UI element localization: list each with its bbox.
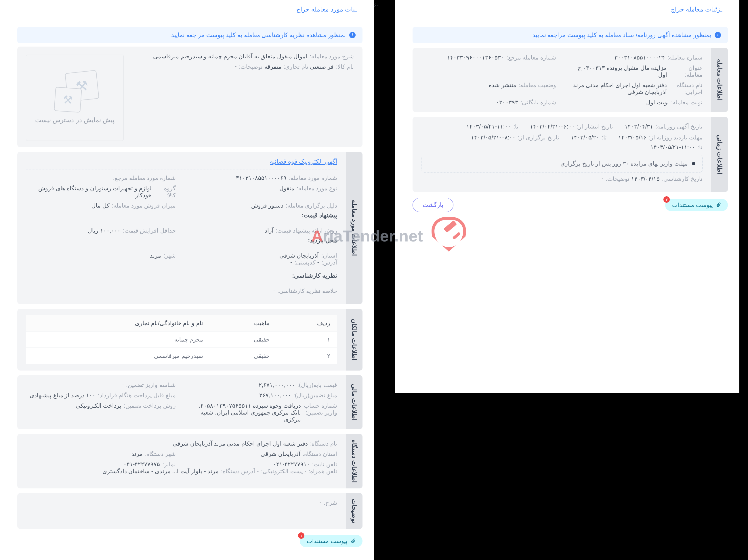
val: ۱۴۰۳/۰۴/۳۱ xyxy=(625,123,653,130)
header-strip-left: ـزئیات معامله حراج xyxy=(395,0,739,20)
section-item-info: اطلاعات مورد معامله آگهی الکترونیک قوه ق… xyxy=(17,152,363,304)
section-tab-deal-info: اطلاعات معامله xyxy=(711,48,728,112)
image-preview: ⚒ ⚒ پیش نمایش در دسترس نیست xyxy=(26,55,124,141)
divider xyxy=(407,15,722,15)
val: مزایده مال منقول پرونده ۰۳۰۰۳۱۳ ج اول xyxy=(568,65,667,78)
lbl: تا: xyxy=(514,123,519,130)
td: سیدرحیم میرقاسمی xyxy=(26,348,210,364)
val: آذربایجان شرقی xyxy=(261,451,300,457)
val: ۱۴۰۳/۰۴/۱۵ xyxy=(631,175,660,182)
panel-deal-details: ـزئیات معامله حراج i بمنظور مشاهده آگهی … xyxy=(395,0,739,393)
lbl: شماره مورد معامله مرجع: xyxy=(113,174,176,181)
lbl: استان: xyxy=(321,252,337,259)
section-device: اطلاعات دستگاه نام دستگاه:دفتر شعبه اول … xyxy=(17,434,363,488)
val: نوبت اول xyxy=(646,99,669,106)
val: - xyxy=(109,174,111,181)
th-name: نام و نام خانوادگی/نام تجاری xyxy=(26,315,210,332)
val: - xyxy=(257,468,259,474)
lbl: نام کالا: xyxy=(336,63,354,70)
val: - xyxy=(602,175,604,182)
lbl: پست الکترونیکی: xyxy=(261,468,303,474)
section-notes: توضیحات شرح:- xyxy=(17,493,363,529)
subheading-expert: نظریه کارشناسی: xyxy=(26,272,337,282)
lbl: تا: xyxy=(697,144,703,151)
val: ۱۴۰۳/۰۵/۱۶ xyxy=(618,134,647,141)
val: - xyxy=(320,500,322,506)
val: آزاد xyxy=(265,227,274,234)
lbl: شماره حساب واریز تضمین: xyxy=(303,402,337,423)
val: ۱۴۰۳/۰۵/۲۱-۱۱:۰۰ xyxy=(466,123,511,130)
val: دفتر شعبه اول اجرای احکام مدنی مرند آذرب… xyxy=(568,82,667,95)
val: ۳۰۰۳۱۰۸۵۵۱۰۰۰۰۲۴ xyxy=(614,54,665,61)
subheading-price: پیشنهاد قیمت: xyxy=(26,212,337,222)
lbl: نوبت معامله: xyxy=(671,99,703,106)
section-tab-device: اطلاعات دستگاه xyxy=(346,434,363,488)
section-tab-item-info: اطلاعات مورد معامله xyxy=(346,152,363,304)
val: لوازم و تجهیزات رستوران و دستگاه های فرو… xyxy=(26,185,151,199)
lbl: تاریخ آگهی روزنامه: xyxy=(655,123,703,130)
lbl: آدرس دستگاه: xyxy=(221,468,255,474)
section-timing: اطلاعات زمانی تاریخ آگهی روزنامه:۱۴۰۳/۰۴… xyxy=(413,117,728,192)
lbl: نام دستگاه: xyxy=(310,440,337,447)
info-icon: i xyxy=(715,32,721,38)
lbl: نام دستگاه اجرایی: xyxy=(669,82,703,95)
lbl: استان دستگاه: xyxy=(303,451,337,457)
val: ۲۶۷,۱۰۰,۰۰۰ xyxy=(259,392,291,399)
lbl: شرح: xyxy=(324,500,337,506)
attachments-badge: ۱ xyxy=(298,532,304,539)
attachments-badge: ۳ xyxy=(663,196,670,203)
table-row: ۱ حقیقی محرم چمانه xyxy=(26,332,337,348)
bullet-icon xyxy=(692,162,695,165)
val: ۱۴۰۳/۰۴/۳۱-۰۶:۰۰ xyxy=(530,123,575,130)
val: ۱۴۰۳۳۰۹۶۰۰۰۱۳۶۰۵۳۰ xyxy=(447,54,504,61)
lbl: نوع مورد معامله: xyxy=(297,185,337,199)
lbl: شناسه واریز تضمین: xyxy=(126,382,176,388)
attachments-label: پیوست مستندات xyxy=(307,538,348,544)
val: مرند xyxy=(132,451,143,457)
paperclip-icon xyxy=(716,202,721,208)
page-title-right: ـیات مورد معامله حراج xyxy=(296,6,357,13)
lbl: مهلت بازدید روزانه از: xyxy=(649,134,703,141)
lbl: روش ارائه پیشنهاد قیمت: xyxy=(276,227,337,234)
val: - xyxy=(290,259,292,266)
page-title-left: ـزئیات معامله حراج xyxy=(671,6,722,13)
lbl: توضیحات: xyxy=(606,175,630,182)
section-deal-info: اطلاعات معامله شماره معامله:۳۰۰۳۱۰۸۵۵۱۰۰… xyxy=(413,48,728,112)
section-tab-notes: توضیحات xyxy=(346,493,363,529)
val: منتشر شده xyxy=(489,82,516,95)
lbl: حداقل افزایش قیمت: xyxy=(123,227,176,234)
td: ۱ xyxy=(277,332,337,348)
lbl: شماره بایگانی: xyxy=(520,99,556,106)
lbl: تا: xyxy=(602,134,607,141)
lbl: عنوان معامله: xyxy=(670,65,703,78)
lbl: مبلغ تضمین(ریال): xyxy=(294,392,337,399)
val: مرند xyxy=(150,252,161,259)
lbl: شماره معامله: xyxy=(668,54,703,61)
lbl: کدپستی: xyxy=(295,259,316,266)
divider xyxy=(11,15,357,15)
info-banner-right: i بمنظور مشاهده نظریه کارشناسی معامله به… xyxy=(17,27,363,43)
lbl: خلاصه نظریه کارشناسی: xyxy=(277,288,337,294)
val: کل مال xyxy=(92,202,110,209)
lbl: نام تجاری: xyxy=(284,63,308,70)
attachments-button[interactable]: ۳ پیوست مستندات xyxy=(665,199,728,211)
val: ۱۴۰۳/۰۵/۲۰ xyxy=(571,134,599,141)
lbl: توضیحات: xyxy=(239,63,263,70)
val: - xyxy=(304,468,306,474)
section-tab-financial: اطلاعات مالی xyxy=(346,375,363,429)
electronic-notice-link[interactable]: آگهی الکترونیک قوه قضائیه xyxy=(26,158,337,165)
val: - xyxy=(273,288,275,294)
attachments-button[interactable]: ۱ پیوست مستندات xyxy=(300,535,363,547)
val: دریافت وجوه سپرده ۴۰۵۸۰۱۳۹۰۷۵۶۵۵۱۱، بانک… xyxy=(187,402,301,423)
val: منقول xyxy=(279,185,294,199)
val: متفرقه xyxy=(264,63,281,70)
val: ۰۳۰۰۳۹۳ xyxy=(496,99,518,106)
val: اموال منقول متعلق به آقایان محرم چمانه و… xyxy=(153,53,307,60)
back-button[interactable]: بازگشت xyxy=(413,198,453,212)
val: پرداخت الکترونیکی xyxy=(76,402,122,423)
td: حقیقی xyxy=(210,348,277,364)
lbl: تلفن ثابت: xyxy=(312,461,337,468)
val: آذربایجان شرقی xyxy=(279,252,319,259)
header-strip-right: ـیات مورد معامله حراج xyxy=(0,0,374,20)
lbl: قیمت پایه(ریال): xyxy=(298,382,337,388)
